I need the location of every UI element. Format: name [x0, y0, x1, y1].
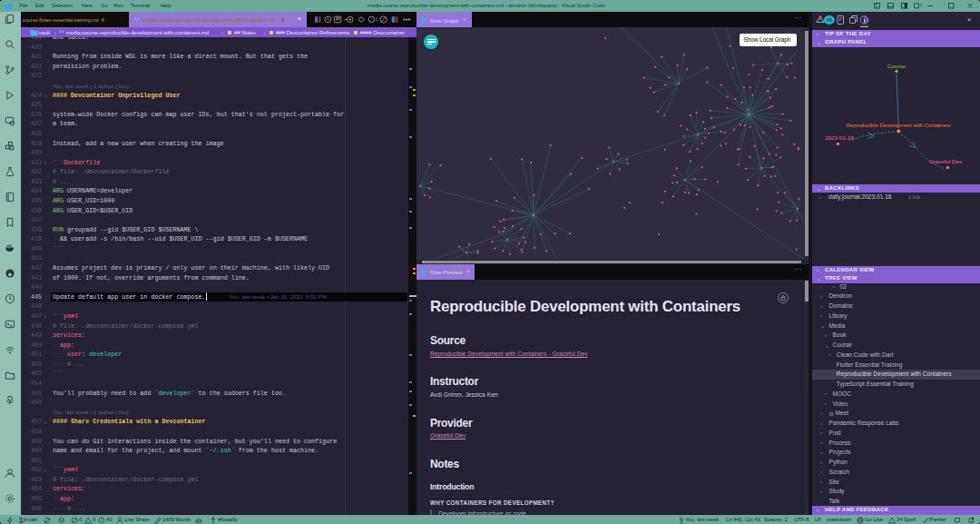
svg-text:Reproducible Development with: Reproducible Development with Containers: [846, 122, 950, 128]
svg-text:Course: Course: [887, 62, 906, 68]
svg-text:2023-01-18: 2023-01-18: [825, 134, 854, 141]
svg-text:49: 49: [827, 17, 832, 23]
svg-text:Graceful Dev: Graceful Dev: [929, 157, 963, 163]
